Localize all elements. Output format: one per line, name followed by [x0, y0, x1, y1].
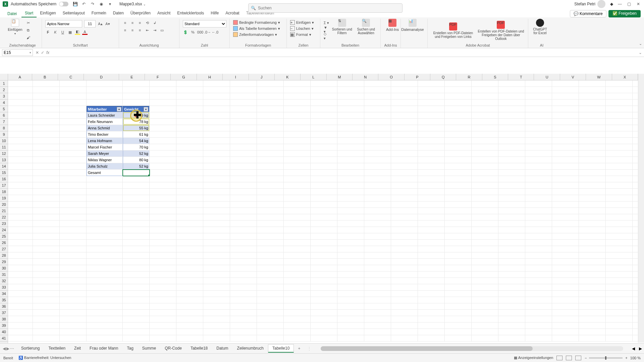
cell[interactable]	[60, 125, 87, 131]
cell[interactable]	[311, 138, 337, 144]
tab-entwicklertools[interactable]: Entwicklertools	[174, 9, 207, 17]
cell[interactable]	[445, 125, 472, 131]
cell[interactable]	[150, 170, 176, 176]
cell[interactable]	[337, 195, 364, 201]
row-header[interactable]: 25	[0, 233, 8, 240]
cell[interactable]	[284, 201, 311, 208]
cell[interactable]	[364, 335, 391, 342]
tab-seitenlayout[interactable]: Seitenlayout	[59, 9, 88, 17]
cell[interactable]	[176, 297, 203, 303]
row-header[interactable]: 33	[0, 284, 8, 291]
cell[interactable]	[579, 201, 606, 208]
cell[interactable]	[203, 335, 230, 342]
cell[interactable]	[230, 195, 257, 201]
cell[interactable]	[311, 189, 337, 195]
cell[interactable]	[606, 138, 633, 144]
cell[interactable]	[60, 310, 87, 316]
cell[interactable]	[87, 195, 123, 201]
cell[interactable]	[123, 246, 150, 252]
tab-ansicht[interactable]: Ansicht	[154, 9, 174, 17]
cell[interactable]	[8, 112, 33, 119]
cell[interactable]	[123, 240, 150, 246]
cell[interactable]	[391, 329, 418, 335]
cell[interactable]	[606, 252, 633, 259]
cell[interactable]	[418, 272, 445, 278]
font-size-input[interactable]	[84, 20, 96, 27]
share-button[interactable]: ✅ Freigeben	[608, 10, 641, 17]
cell[interactable]	[337, 182, 364, 189]
cell[interactable]	[525, 335, 552, 342]
cell[interactable]	[579, 284, 606, 291]
cell[interactable]	[579, 182, 606, 189]
cell[interactable]	[257, 208, 284, 214]
row-header[interactable]: 4	[0, 100, 8, 106]
cell[interactable]	[176, 310, 203, 316]
cell[interactable]	[284, 221, 311, 227]
cell[interactable]	[364, 119, 391, 125]
comma-icon[interactable]: 000	[198, 29, 203, 35]
cell[interactable]	[391, 240, 418, 246]
cell[interactable]	[123, 303, 150, 310]
cell[interactable]	[150, 214, 176, 221]
cell[interactable]	[150, 335, 176, 342]
cell[interactable]	[337, 240, 364, 246]
cell[interactable]: Anna Schmid	[87, 125, 123, 131]
cell[interactable]	[203, 80, 230, 87]
cell[interactable]	[33, 119, 60, 125]
cell[interactable]: Julia Schulz	[87, 163, 123, 170]
cell[interactable]	[472, 221, 498, 227]
cell[interactable]	[418, 221, 445, 227]
cell[interactable]: Mitarbeiter▾	[87, 106, 123, 112]
cell[interactable]	[418, 246, 445, 252]
cell[interactable]	[391, 195, 418, 201]
cell[interactable]	[364, 157, 391, 163]
cell[interactable]	[176, 259, 203, 265]
bold-icon[interactable]: F	[45, 29, 51, 35]
cell[interactable]	[311, 170, 337, 176]
cell[interactable]	[418, 278, 445, 284]
cell[interactable]	[552, 265, 579, 272]
cell[interactable]	[337, 150, 364, 157]
align-right-icon[interactable]: ≡	[137, 27, 143, 33]
cell[interactable]	[552, 182, 579, 189]
cell[interactable]	[606, 125, 633, 131]
cell[interactable]	[203, 195, 230, 201]
cell[interactable]	[498, 195, 525, 201]
cell[interactable]	[525, 80, 552, 87]
cell[interactable]	[364, 259, 391, 265]
cell[interactable]	[579, 106, 606, 112]
cell[interactable]	[60, 189, 87, 195]
cell[interactable]	[337, 214, 364, 221]
cell[interactable]	[472, 93, 498, 100]
cell[interactable]	[311, 322, 337, 329]
cell[interactable]	[284, 80, 311, 87]
cell[interactable]	[364, 291, 391, 297]
cell[interactable]	[123, 189, 150, 195]
cell[interactable]	[391, 291, 418, 297]
cell[interactable]	[257, 214, 284, 221]
cell[interactable]	[150, 119, 176, 125]
cell[interactable]	[445, 201, 472, 208]
cell[interactable]	[60, 316, 87, 322]
cell[interactable]	[337, 189, 364, 195]
cell[interactable]	[472, 246, 498, 252]
cell[interactable]	[391, 119, 418, 125]
cell[interactable]	[230, 240, 257, 246]
save-icon[interactable]: 💾	[72, 1, 78, 7]
cell[interactable]	[230, 170, 257, 176]
cell[interactable]	[552, 131, 579, 138]
cell[interactable]	[418, 329, 445, 335]
cell[interactable]	[257, 259, 284, 265]
cell[interactable]	[60, 80, 87, 87]
row-header[interactable]: 14	[0, 163, 8, 170]
cell[interactable]	[472, 322, 498, 329]
cell[interactable]	[498, 227, 525, 233]
cell[interactable]: 80 kg	[123, 157, 150, 163]
cell[interactable]	[203, 227, 230, 233]
cell[interactable]	[33, 195, 60, 201]
cell[interactable]	[284, 259, 311, 265]
cell[interactable]	[87, 227, 123, 233]
cell[interactable]	[33, 335, 60, 342]
cell[interactable]	[150, 100, 176, 106]
cell[interactable]	[498, 252, 525, 259]
